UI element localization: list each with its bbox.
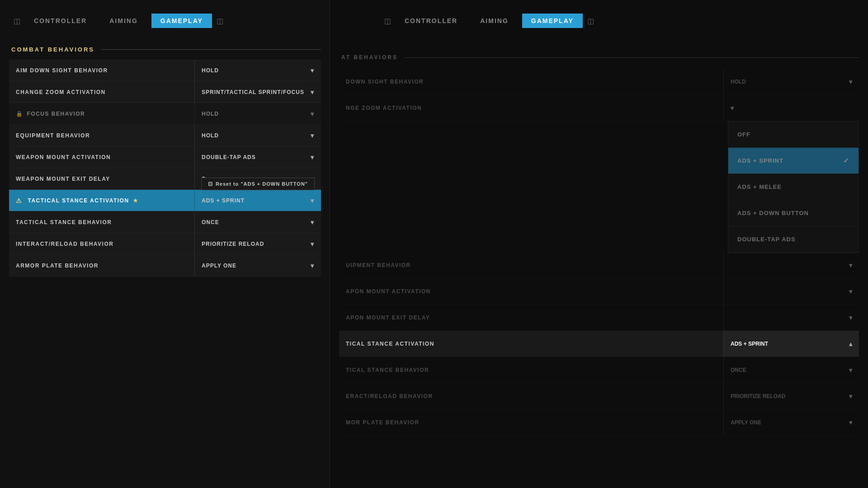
setting-label-tactical-stance-behavior: TACTICAL STANCE BEHAVIOR [9,219,194,225]
star-icon-tactical: ★ [133,197,139,204]
right-value-armor-plate: APPLY ONE ▾ [723,409,859,435]
setting-value-change-zoom: SPRINT/TACTICAL SPRINT/FOCUS ▾ [194,81,321,103]
setting-row-tactical-stance-activation[interactable]: ⚠ TACTICAL STANCE ACTIVATION ★ ADS + SPR… [9,190,321,211]
right-setting-weapon-mount-exit[interactable]: APON MOUNT EXIT DELAY ▾ [339,305,859,331]
right-setting-interact-reload[interactable]: ERACT/RELOAD BEHAVIOR PRIORITIZE RELOAD … [339,383,859,409]
setting-row-equipment[interactable]: EQUIPMENT BEHAVIOR HOLD ▾ [9,125,321,146]
tab-aiming-left[interactable]: AIMING [100,14,147,28]
setting-value-weapon-mount-exit: S ⊡ Reset to "ADS + DOWN BUTTON" ▾ [194,168,321,189]
setting-row-armor-plate[interactable]: ARMOR PLATE BEHAVIOR APPLY ONE ▾ [9,255,321,277]
chevron-change-zoom: ▾ [311,89,314,96]
section-title-line [101,49,321,50]
setting-row-focus-behavior: 🔒 FOCUS BEHAVIOR HOLD ▾ [9,103,321,125]
settings-list: AIM DOWN SIGHT BEHAVIOR HOLD ▾ CHANGE ZO… [9,60,321,277]
setting-value-armor-plate: APPLY ONE ▾ [194,255,321,276]
left-panel: ◫ CONTROLLER AIMING GAMEPLAY ◫ COMBAT BE… [0,0,330,488]
setting-row-change-zoom[interactable]: CHANGE ZOOM ACTIVATION SPRINT/TACTICAL S… [9,81,321,103]
alert-icon-tactical: ⚠ [16,197,23,204]
setting-label-change-zoom: CHANGE ZOOM ACTIVATION [9,89,194,95]
right-setting-change-zoom[interactable]: NGE ZOOM ACTIVATION OFF ADS + SPRINT ✓ A… [339,95,859,121]
chevron-interact-reload: ▾ [311,240,314,248]
setting-label-armor-plate: ARMOR PLATE BEHAVIOR [9,263,194,269]
section-title: COMBAT BEHAVIORS [9,46,321,53]
setting-row-weapon-mount-exit[interactable]: WEAPON MOUNT EXIT DELAY S ⊡ Reset to "AD… [9,168,321,190]
right-value-equipment: ▾ [723,252,859,278]
lock-icon-focus: 🔒 [16,111,24,117]
right-tab-icon-left: ◫ [384,17,391,25]
right-section-title-text: AT BEHAVIORS [341,54,398,61]
right-setting-tactical-stance-behavior[interactable]: TICAL STANCE BEHAVIOR ONCE ▾ [339,357,859,383]
right-value-aim-down-sight: HOLD ▾ [723,69,859,94]
setting-label-focus-behavior: 🔒 FOCUS BEHAVIOR [9,111,194,117]
setting-row-interact-reload[interactable]: INTERACT/RELOAD BEHAVIOR PRIORITIZE RELO… [9,233,321,255]
chevron-r-aim-down-sight: ▾ [849,78,852,85]
section-title-text: COMBAT BEHAVIORS [11,46,94,53]
setting-label-interact-reload: INTERACT/RELOAD BEHAVIOR [9,241,194,247]
right-label-tactical-stance-behavior: TICAL STANCE BEHAVIOR [339,367,723,373]
setting-row-weapon-mount[interactable]: WEAPON MOUNT ACTIVATION DOUBLE-TAP ADS ▾ [9,146,321,168]
setting-row-aim-down-sight[interactable]: AIM DOWN SIGHT BEHAVIOR HOLD ▾ [9,60,321,81]
dropdown-option-ads-down[interactable]: ADS + DOWN BUTTON [728,200,859,226]
dropdown-menu: OFF ADS + SPRINT ✓ ADS + MELEE ADS + DOW… [728,121,859,253]
dropdown-option-off[interactable]: OFF [728,122,859,148]
dropdown-option-ads-melee[interactable]: ADS + MELEE [728,174,859,200]
left-tab-bar: ◫ CONTROLLER AIMING GAMEPLAY ◫ [9,14,321,28]
chevron-aim-down-sight: ▾ [311,67,314,74]
right-value-weapon-mount: ▾ [723,278,859,304]
tooltip-reset[interactable]: ⊡ Reset to "ADS + DOWN BUTTON" [201,178,315,190]
right-label-weapon-mount-exit: APON MOUNT EXIT DELAY [339,314,723,321]
setting-label-aim-down-sight: AIM DOWN SIGHT BEHAVIOR [9,67,194,74]
tooltip-text: Reset to "ADS + DOWN BUTTON" [216,181,308,187]
tab-aiming-right[interactable]: AIMING [471,14,518,28]
setting-value-aim-down-sight: HOLD ▾ [194,60,321,81]
right-section-title-line [405,57,859,58]
check-icon: ✓ [843,156,849,165]
setting-label-weapon-mount: WEAPON MOUNT ACTIVATION [9,154,194,160]
setting-value-interact-reload: PRIORITIZE RELOAD ▾ [194,233,321,254]
setting-label-weapon-mount-exit: WEAPON MOUNT EXIT DELAY [9,176,194,182]
chevron-r-armor-plate: ▾ [849,419,852,426]
tab-gameplay-right[interactable]: GAMEPLAY [522,14,583,28]
setting-value-focus-behavior: HOLD ▾ [194,103,321,124]
right-label-equipment: UIPMENT BEHAVIOR [339,262,723,268]
right-settings-container: DOWN SIGHT BEHAVIOR HOLD ▾ NGE ZOOM ACTI… [339,69,859,436]
right-panel: ◫ CONTROLLER AIMING GAMEPLAY ◫ AT BEHAVI… [330,0,868,488]
chevron-armor-plate: ▾ [311,262,314,269]
chevron-weapon-mount: ▾ [311,154,314,161]
right-setting-armor-plate[interactable]: MOR PLATE BEHAVIOR APPLY ONE ▾ [339,409,859,436]
left-tab-icon-right: ◫ [217,17,223,25]
right-value-weapon-mount-exit: ▾ [723,305,859,330]
chevron-r-interact-reload: ▾ [849,393,852,400]
right-label-interact-reload: ERACT/RELOAD BEHAVIOR [339,393,723,399]
right-tab-icon-right: ◫ [587,17,594,25]
right-setting-aim-down-sight[interactable]: DOWN SIGHT BEHAVIOR HOLD ▾ [339,69,859,95]
tab-controller-left[interactable]: CONTROLLER [25,14,96,28]
right-value-change-zoom: OFF ADS + SPRINT ✓ ADS + MELEE ADS + DOW… [723,95,859,121]
right-label-aim-down-sight: DOWN SIGHT BEHAVIOR [339,79,723,85]
right-setting-tactical-stance-activation[interactable]: TICAL STANCE ACTIVATION ADS + SPRINT ▴ [339,331,859,357]
tab-controller-right[interactable]: CONTROLLER [396,14,467,28]
chevron-r-weapon-mount: ▾ [849,288,852,295]
right-label-armor-plate: MOR PLATE BEHAVIOR [339,419,723,426]
chevron-up-tactical-stance: ▴ [849,340,852,347]
setting-value-tactical-stance-behavior: ONCE ▾ [194,211,321,233]
dropdown-option-ads-sprint[interactable]: ADS + SPRINT ✓ [728,148,859,174]
chevron-tactical-stance-activation: ▾ [311,197,314,204]
tab-gameplay-left[interactable]: GAMEPLAY [151,14,212,28]
tooltip-icon: ⊡ [208,181,213,187]
left-tab-icon-left: ◫ [14,17,20,25]
chevron-r-tactical-stance-behavior: ▾ [849,366,852,374]
right-label-weapon-mount: APON MOUNT ACTIVATION [339,288,723,295]
right-setting-weapon-mount[interactable]: APON MOUNT ACTIVATION ▾ [339,278,859,305]
right-value-tactical-stance-behavior: ONCE ▾ [723,357,859,383]
chevron-r-change-zoom: ▾ [731,104,734,112]
dropdown-option-double-tap[interactable]: DOUBLE-TAP ADS [728,226,859,253]
setting-label-equipment: EQUIPMENT BEHAVIOR [9,132,194,139]
right-value-tactical-stance-activation: ADS + SPRINT ▴ [723,331,859,357]
setting-row-tactical-stance-behavior[interactable]: TACTICAL STANCE BEHAVIOR ONCE ▾ [9,211,321,233]
right-label-tactical-stance-activation: TICAL STANCE ACTIVATION [339,341,723,347]
right-section-title: AT BEHAVIORS [339,46,859,69]
chevron-tactical-stance-behavior: ▾ [311,219,314,226]
right-setting-equipment[interactable]: UIPMENT BEHAVIOR ▾ [339,252,859,278]
chevron-r-equipment: ▾ [849,262,852,269]
